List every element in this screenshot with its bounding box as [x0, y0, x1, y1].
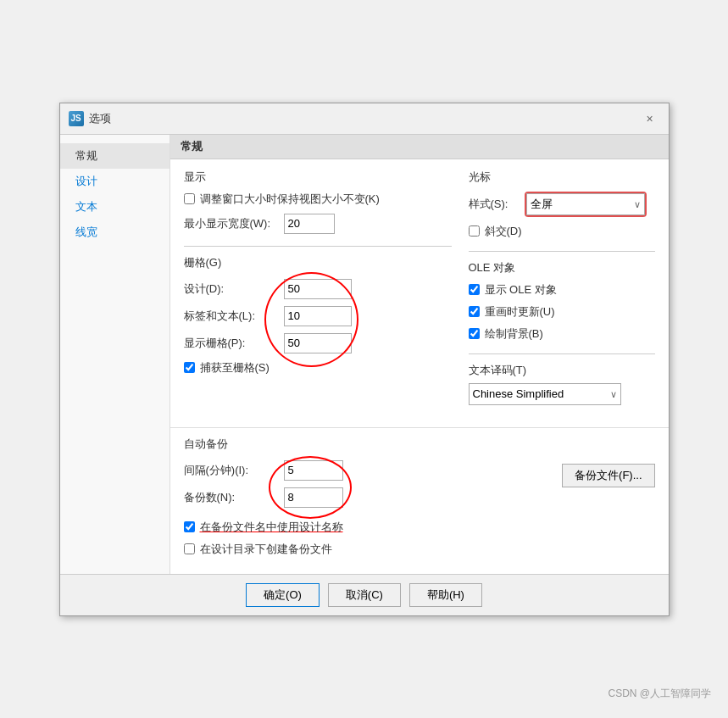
- snap-grid-row: 捕获至栅格(S): [184, 360, 452, 376]
- encoding-select[interactable]: Chinese Simplified UTF-8 GB2312: [469, 383, 621, 405]
- interval-input[interactable]: [284, 460, 343, 481]
- sidebar-item-general[interactable]: 常规: [60, 143, 169, 169]
- create-in-dir-row: 在设计目录下创建备份文件: [184, 542, 529, 557]
- display-grid-field-row: 显示栅格(P):: [184, 333, 352, 353]
- dialog-footer: 确定(O) 取消(C) 帮助(H): [60, 574, 669, 615]
- auto-backup-title: 自动备份: [184, 437, 655, 452]
- watermark: CSDN @人工智障同学: [608, 687, 711, 701]
- content-area: 显示 调整窗口大小时保持视图大小不变(K) 最小显示宽度(W):: [170, 159, 669, 427]
- grid-group-label: 栅格(G): [184, 255, 452, 270]
- app-icon: JS: [69, 111, 84, 126]
- draw-bg-row: 绘制背景(B): [469, 326, 655, 342]
- ok-button[interactable]: 确定(O): [246, 583, 320, 607]
- cursor-style-select[interactable]: 全屏 正常 小: [526, 193, 645, 215]
- sidebar-item-linewidth[interactable]: 线宽: [60, 220, 169, 245]
- dialog-body: 常规 设计 文本 线宽 常规 显示 调整窗口大小时保持视图大小不变(K): [60, 135, 669, 574]
- min-width-label: 最小显示宽度(W):: [184, 216, 277, 231]
- show-ole-checkbox[interactable]: [469, 284, 480, 295]
- cursor-group: 光标 样式(S): 全屏 正常 小: [469, 170, 655, 239]
- cursor-style-row: 样式(S): 全屏 正常 小: [469, 192, 655, 217]
- design-input[interactable]: [284, 279, 352, 299]
- display-grid-label: 显示栅格(P):: [184, 336, 277, 351]
- cursor-group-label: 光标: [469, 170, 655, 185]
- backup-count-label: 备份数(N):: [184, 490, 277, 505]
- options-dialog: JS 选项 × 常规 设计 文本 线宽 常规 显示: [59, 103, 670, 616]
- draw-bg-label: 绘制背景(B): [485, 326, 543, 342]
- auto-backup-section: 自动备份 间隔(分钟)(I): 备份数(N):: [170, 427, 669, 574]
- diagonal-checkbox[interactable]: [469, 225, 480, 237]
- title-bar: JS 选项 ×: [60, 103, 669, 135]
- ole-group-label: OLE 对象: [469, 260, 655, 276]
- keep-view-label: 调整窗口大小时保持视图大小不变(K): [200, 192, 380, 207]
- use-design-name-label: 在备份文件名中使用设计名称: [200, 520, 343, 535]
- backup-fields: 间隔(分钟)(I): 备份数(N): 在: [184, 460, 655, 564]
- interval-label: 间隔(分钟)(I):: [184, 463, 277, 478]
- redraw-update-row: 重画时更新(U): [469, 304, 655, 320]
- sidebar: 常规 设计 文本 线宽: [60, 135, 170, 574]
- left-column: 显示 调整窗口大小时保持视图大小不变(K) 最小显示宽度(W):: [184, 170, 452, 417]
- redraw-update-label: 重画时更新(U): [485, 304, 555, 320]
- tag-text-label: 标签和文本(L):: [184, 309, 277, 324]
- display-group-label: 显示: [184, 170, 452, 185]
- show-ole-row: 显示 OLE 对象: [469, 282, 655, 298]
- right-column: 光标 样式(S): 全屏 正常 小: [469, 170, 655, 417]
- backup-count-input[interactable]: [284, 487, 343, 508]
- snap-grid-label: 捕获至栅格(S): [200, 360, 270, 376]
- use-design-name-row: 在备份文件名中使用设计名称: [184, 520, 529, 535]
- backup-right: 备份文件(F)...: [562, 460, 654, 564]
- dialog-title: 选项: [89, 111, 111, 126]
- help-button[interactable]: 帮助(H): [409, 583, 482, 607]
- min-width-input[interactable]: [284, 214, 335, 234]
- show-ole-label: 显示 OLE 对象: [485, 282, 557, 298]
- tag-text-input[interactable]: [284, 306, 352, 326]
- grid-group: 栅格(G) 设计(D): 标签和文本(L): 显示栅格(P): [184, 255, 452, 376]
- backup-left: 间隔(分钟)(I): 备份数(N): 在: [184, 460, 529, 564]
- section-header: 常规: [170, 135, 669, 159]
- design-label: 设计(D):: [184, 281, 277, 297]
- interval-row: 间隔(分钟)(I):: [184, 460, 343, 481]
- draw-bg-checkbox[interactable]: [469, 328, 480, 339]
- close-button[interactable]: ×: [640, 109, 660, 129]
- backup-file-button[interactable]: 备份文件(F)...: [562, 464, 654, 487]
- diagonal-row: 斜交(D): [469, 224, 655, 239]
- ole-group: OLE 对象 显示 OLE 对象 重画时更新(U) 绘制背景(B): [469, 260, 655, 342]
- redraw-update-checkbox[interactable]: [469, 306, 480, 317]
- text-encoding-group: 文本译码(T) Chinese Simplified UTF-8 GB2312: [469, 363, 655, 405]
- cancel-button[interactable]: 取消(C): [328, 583, 401, 607]
- sidebar-item-text[interactable]: 文本: [60, 194, 169, 220]
- tag-text-field-row: 标签和文本(L):: [184, 306, 352, 326]
- use-design-name-checkbox[interactable]: [184, 521, 195, 532]
- cursor-style-wrapper: 全屏 正常 小: [525, 192, 647, 217]
- keep-view-row: 调整窗口大小时保持视图大小不变(K): [184, 192, 452, 207]
- encoding-select-wrapper: Chinese Simplified UTF-8 GB2312: [469, 383, 621, 405]
- keep-view-checkbox[interactable]: [184, 193, 195, 204]
- min-width-row: 最小显示宽度(W):: [184, 214, 452, 234]
- display-grid-input[interactable]: [284, 333, 352, 353]
- title-bar-left: JS 选项: [69, 111, 111, 126]
- main-content: 常规 显示 调整窗口大小时保持视图大小不变(K) 最小显示宽度(W):: [170, 135, 669, 574]
- sidebar-item-design[interactable]: 设计: [60, 169, 169, 194]
- create-in-dir-label: 在设计目录下创建备份文件: [200, 542, 332, 557]
- create-in-dir-checkbox[interactable]: [184, 543, 195, 554]
- backup-count-row: 备份数(N):: [184, 487, 343, 508]
- text-encoding-title: 文本译码(T): [469, 363, 655, 378]
- cursor-style-label: 样式(S):: [469, 197, 520, 212]
- display-group: 显示 调整窗口大小时保持视图大小不变(K) 最小显示宽度(W):: [184, 170, 452, 234]
- design-field-row: 设计(D):: [184, 279, 352, 299]
- diagonal-label: 斜交(D): [485, 224, 522, 239]
- snap-grid-checkbox[interactable]: [184, 362, 195, 373]
